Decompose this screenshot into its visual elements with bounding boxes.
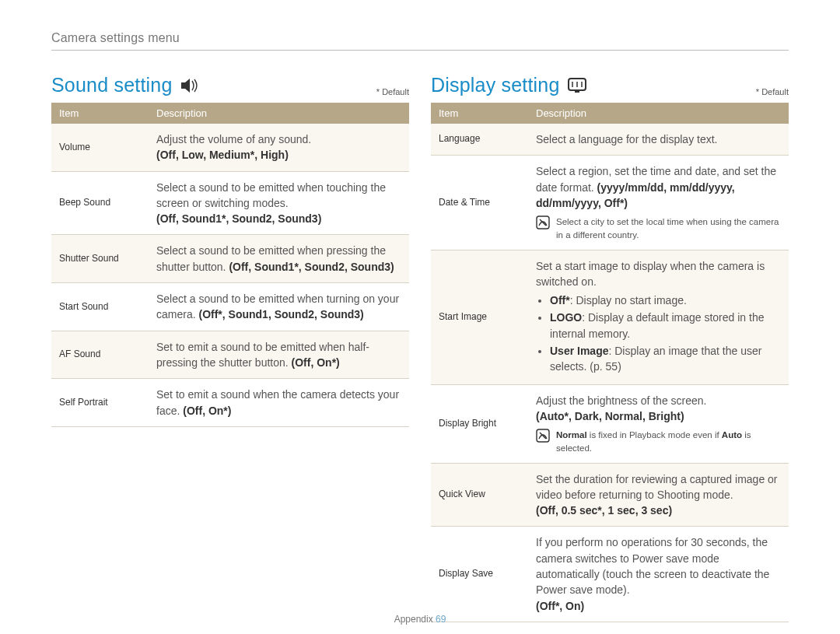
row-desc: Select a sound to be emitted when touchi… [149,171,409,235]
table-row: Display Save If you perform no operation… [431,527,789,622]
two-column-layout: Sound setting * Default Item De [51,74,789,622]
svg-marker-0 [181,79,190,93]
col-header-item: Item [431,103,528,124]
list-item: LOGO: Display a default image stored in … [550,310,782,342]
note-icon [536,429,550,447]
note-icon [536,215,550,233]
table-row: Start Image Set a start image to display… [431,250,789,384]
list-item: User Image: Display an image that the us… [550,343,782,375]
display-section-header: Display setting * Default [431,74,789,96]
table-row: Display Bright Adjust the brightness of … [431,384,789,463]
row-desc: Adjust the volume of any sound. (Off, Lo… [149,124,409,171]
col-header-item: Item [51,103,149,124]
page-content: Camera settings menu Sound setting * Def… [0,0,840,622]
row-item: Start Sound [51,283,149,331]
table-row: AF Sound Set to emit a sound to be emitt… [51,331,409,379]
footer-section: Appendix [394,614,433,625]
display-settings-table: Item Description Language Select a langu… [431,103,789,622]
default-note: * Default [756,87,789,96]
breadcrumb-row: Camera settings menu [51,31,789,51]
row-item: Language [431,124,528,156]
note: Select a city to set the local time when… [536,215,782,241]
sound-section-title: Sound setting [51,74,201,96]
table-row: Start Sound Select a sound to be emitted… [51,283,409,331]
row-item: AF Sound [51,331,149,379]
row-desc: Set to emit a sound when the camera dete… [149,379,409,427]
row-desc: Adjust the brightness of the screen. (Au… [528,384,789,463]
row-desc: Set to emit a sound to be emitted when h… [149,331,409,379]
table-row: Self Portrait Set to emit a sound when t… [51,379,409,427]
table-row: Language Select a language for the displ… [431,124,789,156]
row-item: Volume [51,124,149,171]
row-desc: Select a region, set the time and date, … [528,156,789,250]
row-item: Self Portrait [51,379,149,427]
breadcrumb: Camera settings menu [51,31,180,44]
col-header-desc: Description [528,103,789,124]
row-desc: Select a sound to be emitted when pressi… [149,235,409,283]
display-icon [568,78,586,93]
row-desc: Set the duration for reviewing a capture… [528,463,789,527]
note-text: Normal is fixed in Playback mode even if… [556,429,782,454]
table-row: Shutter Sound Select a sound to be emitt… [51,235,409,283]
display-title-text: Display setting [431,74,560,96]
display-column: Display setting * Default [431,74,789,622]
svg-rect-5 [575,90,579,93]
note: Normal is fixed in Playback mode even if… [536,429,782,454]
start-image-options: Off*: Display no start image. LOGO: Disp… [550,292,782,374]
row-desc: Set a start image to display when the ca… [528,250,789,384]
display-section-title: Display setting [431,74,586,96]
sound-settings-table: Item Description Volume Adjust the volum… [51,103,409,427]
table-row: Volume Adjust the volume of any sound. (… [51,124,409,171]
page-footer: Appendix 69 [0,614,840,625]
table-row: Beep Sound Select a sound to be emitted … [51,171,409,235]
footer-page-number: 69 [436,614,446,625]
table-row: Date & Time Select a region, set the tim… [431,156,789,250]
row-item: Shutter Sound [51,235,149,283]
row-item: Display Save [431,527,528,622]
row-desc: If you perform no operations for 30 seco… [528,527,789,622]
default-note: * Default [376,87,409,96]
note-text: Select a city to set the local time when… [556,215,782,241]
sound-title-text: Sound setting [51,74,173,96]
row-item: Beep Sound [51,171,149,235]
speaker-icon [180,78,201,93]
row-desc: Select a sound to be emitted when turnin… [149,283,409,331]
row-item: Date & Time [431,156,528,250]
sound-section-header: Sound setting * Default [51,74,409,96]
sound-column: Sound setting * Default Item De [51,74,409,622]
col-header-desc: Description [149,103,409,124]
row-item: Quick View [431,463,528,527]
table-row: Quick View Set the duration for reviewin… [431,463,789,527]
row-item: Display Bright [431,384,528,463]
row-desc: Select a language for the display text. [528,124,789,156]
list-item: Off*: Display no start image. [550,292,782,308]
row-item: Start Image [431,250,528,384]
